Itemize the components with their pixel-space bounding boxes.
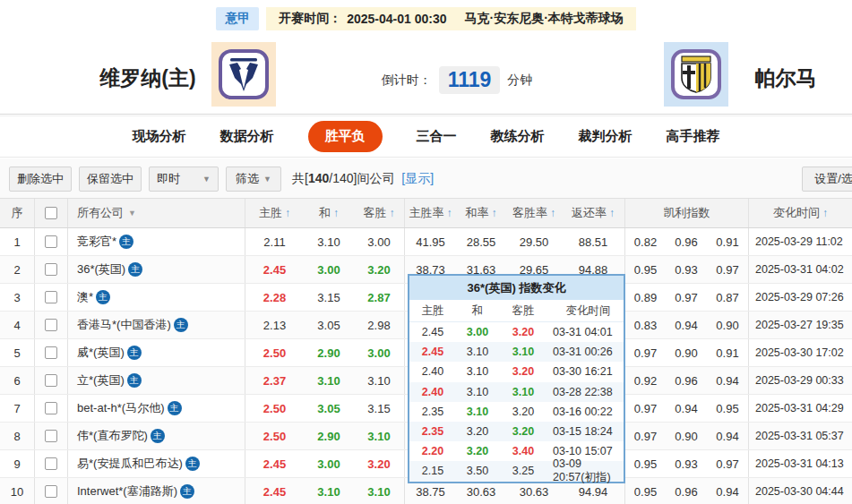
company-home-badge-icon[interactable]: 主 — [168, 401, 182, 415]
popup-odds-home: 2.40 — [409, 386, 456, 398]
odds-home[interactable]: 2.50 — [245, 339, 304, 366]
odds-home[interactable]: 2.11 — [245, 228, 304, 255]
keep-selected-button[interactable]: 保留选中 — [79, 167, 142, 192]
header-away-rate[interactable]: 客胜率↑ — [506, 199, 562, 227]
company-name[interactable]: 澳* — [77, 289, 93, 305]
company-home-badge-icon[interactable]: 主 — [128, 262, 142, 277]
row-checkbox[interactable] — [45, 346, 57, 359]
odds-away[interactable]: 3.10 — [354, 367, 404, 394]
odds-draw[interactable]: 3.15 — [304, 284, 354, 311]
company-cell: 伟*(直布罗陀)主 — [67, 423, 245, 449]
popup-title: 36*(英国) 指数变化 — [409, 276, 624, 300]
odds-away[interactable]: 3.15 — [354, 395, 404, 422]
odds-home[interactable]: 2.50 — [245, 423, 304, 449]
chevron-down-icon: ▼ — [202, 175, 211, 184]
tab-item[interactable]: 三合一 — [417, 128, 457, 145]
tab-item[interactable]: 裁判分析 — [579, 128, 633, 145]
odds-away[interactable]: 2.98 — [354, 312, 404, 338]
odds-away[interactable]: 3.00 — [354, 339, 404, 366]
tab-active[interactable]: 胜平负 — [308, 121, 383, 152]
odds-home[interactable]: 2.45 — [245, 256, 304, 283]
row-checkbox[interactable] — [45, 263, 57, 276]
odds-away[interactable]: 3.10 — [354, 478, 404, 504]
header-home-odds[interactable]: 主胜↑ — [245, 199, 304, 227]
odds-away[interactable]: 2.87 — [354, 284, 404, 311]
header-draw-odds[interactable]: 和↑ — [304, 199, 354, 227]
odds-away[interactable]: 3.00 — [354, 228, 404, 255]
company-home-badge-icon[interactable]: 主 — [96, 290, 110, 304]
header-change-time[interactable]: 变化时间↑ — [748, 199, 852, 227]
tab-item[interactable]: 高手推荐 — [667, 128, 720, 145]
odds-away[interactable]: 3.20 — [354, 256, 404, 283]
company-cell: 竞彩官*主 — [67, 228, 245, 255]
company-name[interactable]: 香港马*(中国香港) — [77, 317, 171, 333]
company-home-badge-icon[interactable]: 主 — [127, 373, 142, 388]
row-seq: 7 — [0, 395, 34, 422]
odds-draw[interactable]: 3.10 — [304, 367, 354, 394]
odds-home[interactable]: 2.37 — [245, 367, 304, 394]
odds-draw[interactable]: 3.00 — [304, 256, 354, 283]
change-time: 2025-03-30 17:02 — [748, 339, 852, 366]
odds-draw[interactable]: 2.90 — [304, 339, 354, 366]
odds-draw[interactable]: 2.90 — [304, 423, 354, 449]
company-home-badge-icon[interactable]: 主 — [174, 318, 188, 332]
delete-selected-button[interactable]: 删除选中 — [9, 167, 72, 192]
company-name[interactable]: 易*(安提瓜和巴布达) — [77, 456, 183, 472]
popup-change-time: 03-10 15:07 — [547, 445, 624, 457]
odds-away[interactable]: 3.20 — [354, 450, 404, 477]
row-checkbox[interactable] — [45, 485, 57, 498]
live-odds-dropdown[interactable]: 即时 ▼ — [149, 167, 219, 192]
header-away-odds[interactable]: 客胜↑ — [354, 199, 404, 227]
odds-draw[interactable]: 3.05 — [304, 312, 354, 338]
company-name[interactable]: 竞彩官* — [77, 234, 116, 250]
sort-up-icon: ↑ — [285, 207, 290, 219]
company-home-badge-icon[interactable]: 主 — [185, 457, 200, 471]
company-home-badge-icon[interactable]: 主 — [127, 346, 142, 360]
popup-header-time: 变化时间 — [547, 303, 624, 319]
odds-home[interactable]: 2.28 — [245, 284, 304, 311]
select-all-checkbox[interactable] — [45, 207, 57, 219]
header-home-rate[interactable]: 主胜率↑ — [404, 199, 456, 227]
odds-home[interactable]: 2.50 — [245, 395, 304, 422]
odds-home[interactable]: 2.45 — [245, 450, 304, 477]
change-time: 2025-03-27 19:35 — [748, 312, 852, 338]
odds-away[interactable]: 3.10 — [354, 423, 404, 449]
row-checkbox[interactable] — [45, 235, 57, 248]
header-company[interactable]: 所有公司 ▼ — [67, 199, 245, 227]
company-name[interactable]: 威*(英国) — [77, 345, 125, 361]
header-return-rate[interactable]: 返还率↑ — [562, 199, 624, 227]
company-home-badge-icon[interactable]: 主 — [151, 429, 165, 443]
popup-body: 2.453.003.2003-31 04:012.453.103.1003-31… — [409, 322, 624, 482]
company-name[interactable]: 立*(英国) — [77, 372, 125, 389]
odds-draw[interactable]: 3.00 — [304, 450, 354, 477]
filter-dropdown[interactable]: 筛选 ▼ — [226, 167, 281, 192]
odds-home[interactable]: 2.45 — [245, 478, 304, 504]
league-badge[interactable]: 意甲 — [216, 7, 259, 30]
popup-row: 2.353.203.2003-15 18:24 — [409, 422, 624, 441]
settings-select-button[interactable]: 设置/选择 — [802, 167, 852, 192]
tab-item[interactable]: 现场分析 — [133, 128, 186, 145]
show-link[interactable]: [显示] — [401, 171, 434, 185]
company-name[interactable]: Interwet*(塞浦路斯) — [77, 483, 177, 500]
row-checkbox[interactable] — [45, 319, 57, 331]
odds-home[interactable]: 2.13 — [245, 312, 304, 338]
odds-draw[interactable]: 3.10 — [304, 228, 354, 255]
tab-item[interactable]: 数据分析 — [220, 128, 274, 145]
company-name[interactable]: 36*(英国) — [77, 261, 125, 278]
row-checkbox[interactable] — [45, 430, 57, 442]
row-checkbox[interactable] — [45, 402, 57, 414]
tab-item[interactable]: 教练分析 — [491, 128, 545, 145]
company-home-badge-icon[interactable]: 主 — [180, 484, 194, 499]
company-home-badge-icon[interactable]: 主 — [119, 235, 133, 249]
company-cell: Interwet*(塞浦路斯)主 — [67, 478, 245, 504]
row-checkbox[interactable] — [45, 374, 57, 387]
odds-draw[interactable]: 3.10 — [304, 478, 354, 504]
header-draw-rate[interactable]: 和率↑ — [456, 199, 506, 227]
company-name[interactable]: 伟*(直布罗陀) — [77, 428, 148, 444]
popup-change-time: 03-16 00:22 — [547, 406, 624, 418]
popup-change-time: 03-30 16:21 — [547, 365, 624, 378]
row-checkbox[interactable] — [45, 457, 57, 470]
row-checkbox[interactable] — [45, 291, 57, 303]
company-name[interactable]: bet-at-h*(马尔他) — [77, 400, 165, 416]
odds-draw[interactable]: 3.05 — [304, 395, 354, 422]
